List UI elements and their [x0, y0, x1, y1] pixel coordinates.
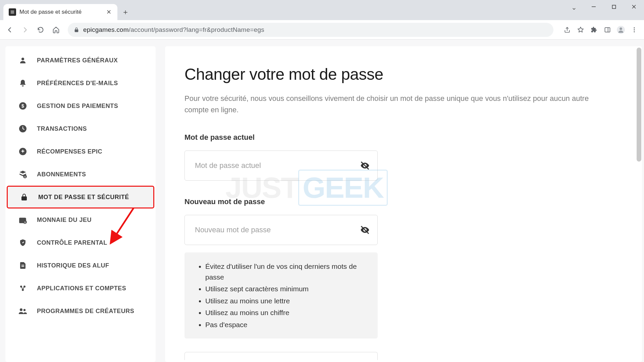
sidebar-label: Récompenses Epic — [37, 148, 102, 155]
window-minimize-button[interactable] — [584, 0, 604, 13]
new-password-label: Nouveau mot de passe — [184, 197, 615, 206]
sidebar-label: Applications et comptes — [37, 285, 126, 292]
doc-icon — [18, 261, 28, 270]
svg-rect-2 — [612, 5, 615, 8]
page-heading: Changer votre mot de passe — [184, 65, 615, 83]
sidebar-label: Transactions — [37, 125, 87, 132]
browser-toolbar: epicgames.com/account/password?lang=fr&p… — [0, 20, 644, 40]
svg-point-12 — [21, 58, 24, 60]
password-rules-box: Évitez d'utiliser l'un de vos cinq derni… — [184, 252, 378, 339]
sidebar-label: Historique des ALUF — [37, 262, 109, 269]
sidebar-item-rewards[interactable]: Récompenses Epic — [5, 140, 156, 163]
toggle-visibility-icon[interactable] — [360, 225, 370, 235]
tab-favicon — [9, 8, 16, 16]
lock-icon — [19, 192, 29, 202]
sidebar-item-eula-history[interactable]: Historique des ALUF — [5, 254, 156, 277]
shield-icon — [18, 238, 28, 247]
password-rule: Évitez d'utiliser l'un de vos cinq derni… — [205, 260, 366, 283]
sidebar-item-transactions[interactable]: Transactions — [5, 117, 156, 140]
lock-icon — [74, 27, 79, 33]
sidebar-label: Paramètres généraux — [37, 57, 118, 64]
extensions-button[interactable] — [588, 23, 600, 36]
people-icon — [18, 306, 28, 316]
sidebar-label: Mot de passe et sécurité — [38, 194, 129, 201]
new-password-field-wrap — [184, 215, 378, 245]
clock-icon — [18, 124, 28, 133]
svg-text:$: $ — [21, 103, 24, 109]
sidebar-item-general[interactable]: Paramètres généraux — [5, 49, 156, 72]
window-controls — [584, 0, 644, 13]
dollar-icon: $ — [18, 101, 28, 111]
apps-icon — [18, 284, 28, 293]
browser-tab[interactable]: Mot de passe et sécurité ✕ — [3, 4, 117, 20]
svg-rect-22 — [21, 266, 24, 267]
svg-point-11 — [634, 31, 635, 32]
svg-point-25 — [22, 289, 24, 291]
subscription-icon: $ — [18, 170, 28, 179]
account-sidebar: Paramètres généraux Préférences d'e-mail… — [5, 46, 156, 362]
window-maximize-button[interactable] — [604, 0, 624, 13]
tab-close-button[interactable]: ✕ — [105, 9, 112, 15]
nav-reload-button[interactable] — [34, 23, 47, 36]
sidebar-label: Monnaie du jeu — [37, 217, 92, 224]
tab-search-button[interactable]: ⌄ — [571, 3, 577, 11]
sidebar-item-subscriptions[interactable]: $ Abonnements — [5, 163, 156, 186]
current-password-label: Mot de passe actuel — [184, 133, 615, 142]
sidebar-label: Gestion des paiements — [37, 103, 118, 110]
person-icon — [18, 56, 28, 65]
current-password-input[interactable] — [184, 150, 378, 181]
password-rule: Utilisez sept caractères minimum — [205, 283, 366, 295]
chrome-menu-button[interactable] — [628, 23, 641, 36]
new-tab-button[interactable]: ＋ — [119, 6, 131, 18]
password-rule: Utilisez au moins une lettre — [205, 295, 366, 307]
page-content: Paramètres généraux Préférences d'e-mail… — [0, 40, 644, 362]
nav-back-button[interactable] — [3, 23, 16, 36]
svg-line-27 — [23, 287, 24, 289]
coin-icon: $ — [18, 215, 28, 225]
new-password-input[interactable] — [184, 215, 378, 245]
sidebar-label: Préférences d'e-mails — [37, 80, 118, 87]
tab-title: Mot de passe et sécurité — [19, 9, 102, 15]
bookmark-button[interactable] — [574, 23, 587, 36]
svg-point-9 — [634, 27, 635, 28]
sparkle-icon — [18, 147, 28, 156]
svg-point-29 — [23, 309, 25, 311]
sidebar-item-creator-programs[interactable]: Programmes de créateurs — [5, 300, 156, 322]
sidebar-item-payments[interactable]: $ Gestion des paiements — [5, 95, 156, 117]
sidebar-label: Contrôle parental — [37, 239, 107, 246]
profile-button[interactable] — [614, 23, 627, 36]
sidebar-item-email[interactable]: Préférences d'e-mails — [5, 72, 156, 95]
svg-rect-21 — [21, 265, 24, 265]
window-close-button[interactable] — [624, 0, 644, 13]
sidepanel-button[interactable] — [601, 23, 614, 36]
sidebar-label: Abonnements — [37, 171, 86, 178]
svg-point-28 — [20, 308, 22, 311]
nav-forward-button[interactable] — [19, 23, 32, 36]
password-rule: Pas d'espace — [205, 319, 366, 331]
nav-home-button[interactable] — [50, 23, 62, 36]
sidebar-label: Programmes de créateurs — [37, 308, 134, 315]
sidebar-item-parental[interactable]: Contrôle parental — [5, 231, 156, 254]
share-button[interactable] — [561, 23, 574, 36]
svg-rect-5 — [605, 27, 610, 32]
scrollbar[interactable] — [637, 48, 641, 162]
svg-point-10 — [634, 29, 635, 30]
toggle-visibility-icon[interactable] — [360, 160, 370, 171]
svg-line-26 — [22, 287, 22, 289]
svg-point-8 — [620, 27, 622, 30]
main-panel: JUSTGEEK Changer votre mot de passe Pour… — [165, 46, 642, 362]
url-text: epicgames.com/account/password?lang=fr&p… — [83, 26, 264, 34]
browser-tabstrip: Mot de passe et sécurité ✕ ＋ ⌄ — [0, 0, 644, 20]
confirm-password-field-peek — [184, 352, 378, 360]
sidebar-item-password-security[interactable]: Mot de passe et sécurité — [7, 186, 154, 208]
page-subtitle: Pour votre sécurité, nous vous conseillo… — [184, 93, 600, 116]
address-bar[interactable]: epicgames.com/account/password?lang=fr&p… — [68, 23, 553, 37]
password-rule: Utilisez au moins un chiffre — [205, 307, 366, 319]
sidebar-item-wallet[interactable]: $ Monnaie du jeu — [5, 208, 156, 231]
current-password-field-wrap — [184, 150, 378, 181]
bell-icon — [18, 78, 28, 88]
sidebar-item-apps-accounts[interactable]: Applications et comptes — [5, 277, 156, 300]
